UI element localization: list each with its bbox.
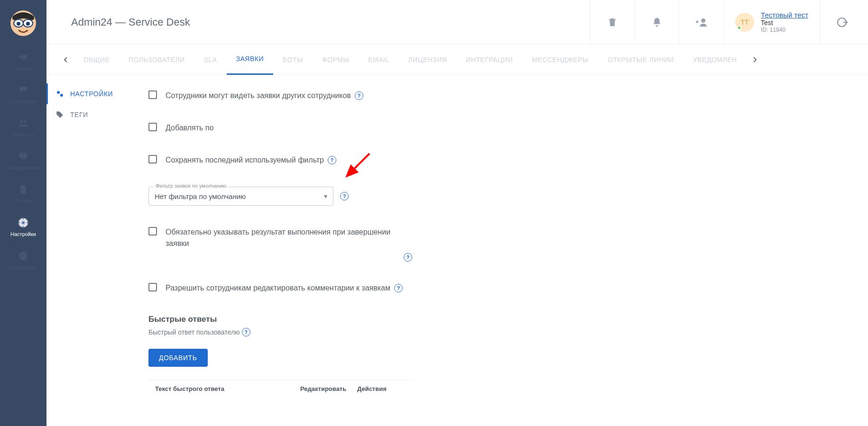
sidebar-item-label: Отчеты — [14, 198, 32, 204]
tab-forms[interactable]: ФОРМЫ — [313, 45, 359, 75]
checkbox-save-filter[interactable] — [148, 155, 157, 163]
setting-allow-edit-comments: Разрешить сотрудникам редактировать комм… — [148, 282, 868, 294]
user-name: Тестовый тест — [761, 11, 808, 19]
svg-point-3 — [17, 22, 20, 26]
sidebar-item-tickets[interactable]: Заявки — [0, 45, 46, 78]
help-icon — [18, 250, 29, 262]
user-role: Test — [761, 19, 808, 27]
trash-icon — [607, 17, 618, 27]
sidebar-item-label: Заявки — [15, 65, 32, 71]
logout-icon — [837, 17, 848, 28]
help-icon[interactable]: ? — [242, 328, 250, 336]
app-title: Admin24 — Service Desk — [71, 16, 190, 28]
svg-rect-11 — [23, 218, 24, 219]
sidebar-item-label: Поддержка — [9, 264, 37, 270]
tab-sla[interactable]: SLA — [194, 45, 227, 75]
add-user-button[interactable] — [679, 0, 723, 45]
quick-answers-subtitle: Быстрый ответ пользователю ? — [148, 328, 868, 336]
sidebar-item-label: Сообщения — [9, 99, 37, 104]
sidebar-item-settings[interactable]: Настройки — [0, 210, 46, 244]
caret-down-icon: ▾ — [324, 192, 327, 200]
logout-button[interactable] — [820, 0, 864, 45]
tab-messengers[interactable]: МЕССЕНДЖЕРЫ — [522, 45, 598, 75]
user-id: ID: 11940 — [761, 27, 808, 33]
settings-panel: Сотрудники могут видеть заявки других со… — [148, 75, 868, 426]
bell-icon — [652, 17, 662, 27]
megaphone-icon — [18, 51, 29, 63]
table-col-text: Текст быстрого ответа — [148, 385, 300, 392]
svg-rect-7 — [19, 153, 28, 158]
checkbox-add-by[interactable] — [148, 123, 157, 131]
tab-openlines[interactable]: ОТКРЫТЫЕ ЛИНИИ — [598, 45, 683, 75]
select-legend: Фильтр заявок по умолчанию — [154, 183, 228, 189]
tab-notifications[interactable]: УВЕДОМЛЕН — [683, 45, 747, 75]
submenu-item-tags[interactable]: ТЕГИ — [46, 104, 148, 125]
help-icon[interactable]: ? — [404, 253, 412, 262]
chevron-left-icon — [64, 56, 68, 63]
svg-point-19 — [60, 94, 63, 97]
setting-label-text: Сохранять последний используемый фильтр — [166, 154, 324, 166]
user-menu[interactable]: ТТ Тестовый тест Test ID: 11940 — [723, 0, 820, 45]
sidebar-item-equipment[interactable]: Оборудование — [0, 144, 46, 177]
sidebar-item-label: Настройки — [10, 231, 36, 237]
help-icon[interactable]: ? — [328, 156, 336, 164]
table-col-edit: Редактировать — [300, 385, 357, 392]
setting-label-text: Сотрудники могут видеть заявки других со… — [166, 90, 351, 101]
setting-label-text: Добавлять по — [166, 122, 213, 134]
checkbox-visible-others[interactable] — [148, 91, 157, 99]
tabs-scroll-left[interactable] — [58, 52, 74, 68]
sidebar-item-messages[interactable]: Сообщения — [0, 78, 46, 111]
tab-email[interactable]: EMAIL — [359, 45, 399, 75]
sidebar-item-clients[interactable]: Клиенты — [0, 111, 46, 144]
table-col-actions: Действия — [357, 385, 414, 392]
help-icon[interactable]: ? — [394, 284, 403, 292]
setting-add-by: Добавлять по — [148, 122, 868, 134]
checkbox-required-result[interactable] — [148, 227, 157, 236]
add-button[interactable]: ДОБАВИТЬ — [148, 349, 208, 367]
svg-point-4 — [26, 22, 30, 26]
users-icon — [18, 118, 29, 129]
svg-point-10 — [22, 221, 25, 224]
help-icon[interactable]: ? — [355, 91, 363, 100]
setting-visible-others: Сотрудники могут видеть заявки других со… — [148, 90, 868, 101]
svg-point-15 — [19, 252, 28, 260]
notifications-button[interactable] — [634, 0, 679, 45]
avatar-cartoon-icon — [10, 10, 36, 36]
gear-icon — [18, 217, 29, 228]
chevron-right-icon — [752, 56, 757, 63]
setting-label-text: Обязательно указывать результат выполнен… — [166, 227, 412, 249]
setting-save-filter: Сохранять последний используемый фильтр … — [148, 154, 868, 166]
tab-tickets[interactable]: ЗАЯВКИ — [227, 45, 273, 75]
tab-users[interactable]: ПОЛЬЗОВАТЕЛИ — [119, 45, 194, 75]
tab-bots[interactable]: БОТЫ — [273, 45, 313, 75]
svg-point-5 — [20, 120, 23, 123]
gears-icon — [55, 89, 65, 99]
header: Admin24 — Service Desk ТТ Тестовый тест … — [46, 0, 868, 45]
sidebar-item-reports[interactable]: Отчеты — [0, 177, 46, 210]
sidebar-avatar[interactable] — [10, 10, 36, 36]
svg-point-6 — [24, 120, 26, 123]
sidebar-item-support[interactable]: Поддержка — [0, 244, 46, 277]
default-filter-select[interactable]: Фильтр заявок по умолчанию Нет фильтра п… — [148, 187, 333, 206]
chat-icon — [18, 84, 29, 96]
status-dot-icon — [737, 26, 741, 30]
setting-default-filter: Фильтр заявок по умолчанию Нет фильтра п… — [148, 187, 868, 206]
setting-required-result: Обязательно указывать результат выполнен… — [148, 227, 868, 262]
tabs-scroll-right[interactable] — [747, 52, 763, 68]
trash-button[interactable] — [590, 0, 634, 45]
setting-label-text: Разрешить сотрудникам редактировать комм… — [166, 282, 390, 294]
sidebar-item-label: Клиенты — [13, 132, 34, 137]
tab-license[interactable]: ЛИЦЕНЗИЯ — [399, 45, 457, 75]
svg-rect-12 — [23, 226, 24, 228]
submenu-item-settings[interactable]: НАСТРОЙКИ — [46, 83, 148, 104]
svg-point-16 — [701, 18, 705, 22]
document-icon — [18, 184, 29, 195]
tab-general[interactable]: ОБЩИЕ — [74, 45, 119, 75]
select-value: Нет фильтра по умолчанию — [155, 192, 246, 200]
svg-point-18 — [57, 91, 60, 94]
checkbox-allow-edit-comments[interactable] — [148, 283, 157, 291]
help-icon[interactable]: ? — [340, 192, 349, 200]
tab-integrations[interactable]: ИНТЕГРАЦИИ — [456, 45, 522, 75]
submenu-label: НАСТРОЙКИ — [70, 90, 113, 98]
quick-answers-title: Быстрые ответы — [148, 315, 868, 324]
